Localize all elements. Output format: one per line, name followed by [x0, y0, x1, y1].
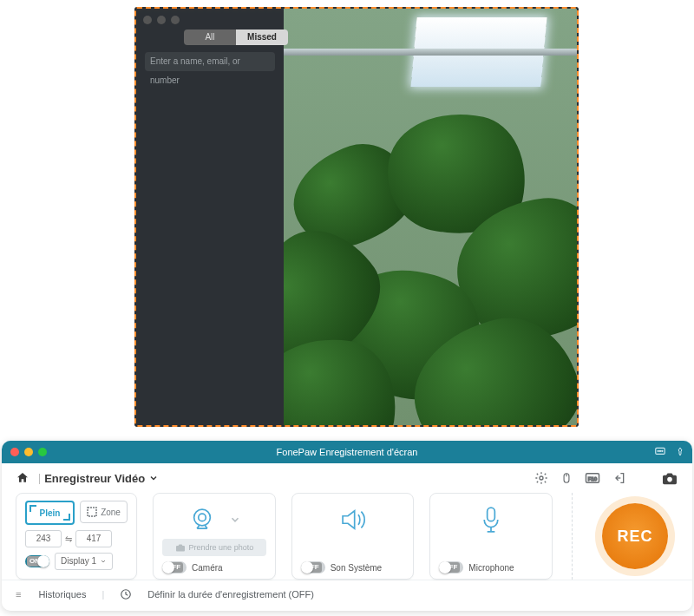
microphone-label: Microphone — [468, 563, 514, 573]
history-link[interactable]: Historiques — [38, 589, 86, 600]
home-icon[interactable] — [16, 471, 29, 485]
titlebar: FonePaw Enregistrement d'écran — [2, 441, 692, 463]
system-sound-label: Son Système — [331, 563, 382, 573]
svg-text:F10: F10 — [588, 476, 598, 482]
recorder-window: FonePaw Enregistrement d'écran | Enregis… — [2, 441, 692, 611]
camera-label: Caméra — [192, 563, 223, 573]
svg-rect-14 — [488, 508, 495, 521]
search-input[interactable]: Enter a name, email, or number — [145, 52, 275, 71]
timer-link[interactable]: Définir la durée d'enregistrement (OFF) — [147, 589, 314, 600]
system-sound-toggle[interactable]: OFF — [301, 561, 325, 573]
svg-point-13 — [199, 514, 206, 521]
microphone-toggle[interactable]: OFF — [439, 561, 463, 573]
svg-point-1 — [658, 450, 658, 451]
svg-point-3 — [662, 450, 663, 451]
toolbar: | Enregistreur Vidéo F10 — [2, 463, 692, 493]
mode-full-button[interactable]: Plein — [25, 501, 75, 525]
camera-icon[interactable] — [661, 471, 678, 485]
tab-missed[interactable]: Missed — [236, 29, 288, 45]
microphone-icon — [480, 504, 502, 535]
footer: ≡ Historiques | Définir la durée d'enreg… — [2, 580, 692, 608]
menu-icon[interactable]: ≡ — [16, 589, 23, 600]
card-system-sound: OFF Son Système — [291, 493, 415, 580]
mouse-icon[interactable] — [560, 471, 573, 485]
height-input[interactable]: 417 — [75, 530, 112, 547]
call-filter-segmented[interactable]: All Missed — [184, 29, 288, 45]
svg-point-2 — [659, 450, 660, 451]
window-title: FonePaw Enregistrement d'écran — [2, 447, 692, 457]
window-traffic-lights[interactable] — [10, 448, 47, 456]
svg-point-12 — [194, 509, 211, 526]
display-select[interactable]: Display 1 — [55, 553, 113, 570]
exit-icon[interactable] — [612, 471, 626, 485]
card-microphone: OFF Microphone — [429, 493, 553, 580]
width-input[interactable]: 243 — [25, 530, 62, 547]
chat-icon[interactable] — [654, 446, 666, 458]
gear-icon[interactable] — [534, 471, 548, 485]
clock-icon — [120, 588, 132, 600]
window-traffic-lights[interactable] — [143, 16, 180, 24]
mode-zone-button[interactable]: Zone — [80, 501, 128, 523]
tab-all[interactable]: All — [184, 29, 236, 45]
chevron-down-icon[interactable] — [229, 514, 241, 526]
svg-point-4 — [540, 476, 543, 480]
card-camera: Prendre une photo OFF Caméra — [153, 493, 276, 580]
webcam-icon — [187, 505, 217, 534]
breadcrumb[interactable]: Enregistreur Vidéo — [44, 472, 145, 485]
take-photo-button[interactable]: Prendre une photo — [162, 539, 266, 556]
link-icon[interactable]: ⇋ — [65, 534, 72, 544]
separator: | — [38, 472, 41, 484]
camera-preview — [284, 9, 577, 425]
svg-point-10 — [667, 477, 672, 482]
capture-region: All Missed Enter a name, email, or numbe… — [134, 7, 579, 427]
pin-icon[interactable] — [675, 447, 685, 457]
record-button[interactable]: REC — [602, 503, 668, 569]
facetime-sidebar: All Missed Enter a name, email, or numbe… — [136, 9, 284, 425]
camera-toggle[interactable]: OFF — [162, 561, 187, 573]
speaker-icon — [337, 505, 369, 534]
fullscreen-icon[interactable]: F10 — [585, 471, 600, 485]
vertical-separator — [572, 493, 573, 580]
svg-rect-11 — [88, 508, 96, 516]
card-screen: Plein Zone 243 ⇋ 417 ON — [16, 493, 137, 580]
chevron-down-icon[interactable] — [148, 473, 159, 483]
display-toggle[interactable]: ON — [25, 555, 49, 567]
